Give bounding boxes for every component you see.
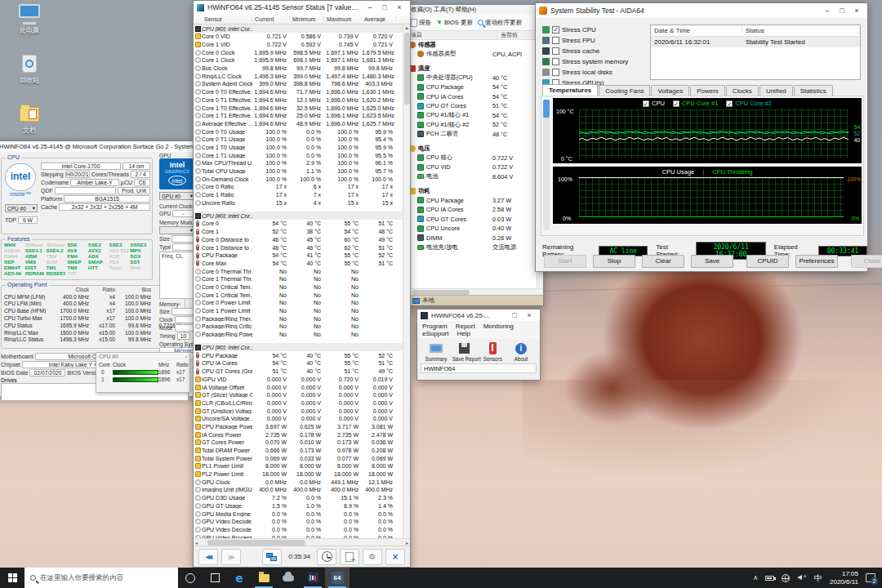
maximize-icon[interactable]: □ (507, 310, 522, 321)
cpu-select[interactable]: CPU #0▾ (5, 204, 38, 212)
stop-button[interactable]: Stop (593, 255, 635, 268)
aida-toolbar-button[interactable]: 报告 (411, 19, 431, 27)
volume-muted-icon[interactable]: × (797, 574, 807, 581)
aida64-taskbar-button[interactable]: 64 (325, 568, 350, 588)
desktop-icon[interactable]: 回收站 (5, 53, 54, 85)
aida-toolbar-button[interactable]: ▼BIOS 更新 (436, 19, 473, 27)
sensor-row[interactable]: Core 1 Critical Tem...NoNoNo (194, 291, 403, 299)
network-icon[interactable] (782, 574, 790, 582)
sensor-row[interactable]: PL1 Power Limit8.000 W8.000 W8.000 W8.00… (194, 462, 403, 470)
tab-voltages[interactable]: Voltages (651, 85, 689, 96)
checkbox[interactable]: ✓ (673, 100, 679, 107)
hwinfo-main-titlebar[interactable]: HWiNFO64 v6.25-4145 @ Microsoft Corporat… (0, 141, 198, 152)
menu-monitoring[interactable]: Monitoring (483, 323, 514, 330)
remote-monitor-button[interactable] (262, 549, 282, 565)
summary-button[interactable]: Summary (424, 341, 448, 362)
stress-option[interactable]: Stress cache (542, 46, 647, 56)
tree-item[interactable]: 传感器类型CPU, ACPI (408, 50, 537, 60)
sensor-row[interactable]: System Agent Clock399.0 MHz398.8 MHz798.… (194, 80, 403, 88)
sensor-row[interactable]: CLR (CBo/LLC/Ring)...0.000 V0.000 V0.000… (194, 399, 403, 408)
sensor-row[interactable]: Core 152 °C38 °C54 °C48 °C (194, 228, 403, 236)
sensor-section-header[interactable]: CPU [#0]: Intel Cor... (194, 343, 403, 351)
sensor-row[interactable]: Core 1 Clock1,695.9 MHz698.1 MHz1,697.1 … (194, 56, 403, 65)
checkbox[interactable]: ✓ (552, 26, 559, 33)
sensor-section-header[interactable]: CPU [#0]: Intel Cor... (194, 24, 403, 33)
checkbox[interactable] (552, 69, 559, 76)
sensor-row[interactable]: Core 0 Critical Tem...NoNoNo (194, 283, 403, 292)
sensor-row[interactable]: GT (Slice) Voltage O...0.000 V0.000 V0.0… (194, 391, 403, 399)
cpuid-button[interactable]: CPUID (746, 255, 789, 268)
sensor-row[interactable]: Core 1 T0 Effective...1,694.6 MHz32.5 MH… (194, 104, 403, 112)
task-view-button[interactable] (203, 568, 227, 588)
sensor-table-header[interactable]: Sensor Current Minimum Maximum Average (194, 14, 410, 24)
sensors-button[interactable]: Sensors (480, 341, 505, 362)
tree-section[interactable]: 传感器 (408, 40, 537, 50)
sensor-row[interactable]: CPU Package54 °C40 °C55 °C52 °C (194, 351, 403, 359)
sensor-table[interactable]: CPU [#0]: Intel Cor...Core 0 VID0.721 V0… (194, 24, 403, 538)
save-report-button[interactable]: Save Report (452, 341, 477, 362)
sensor-row[interactable]: Max CPU/Thread U...100.0 %2.9 %100.0 %96… (194, 159, 403, 167)
sensor-row[interactable]: Core 1 Ratio17 x7 x17 x17 x (194, 191, 403, 199)
sensor-row[interactable]: Imaging Unit (IMGU)...400.0 MHz400.0 MHz… (194, 486, 403, 494)
sensor-row[interactable]: GPU GT Usage1.5 %1.0 %8.9 %1.4 % (194, 502, 403, 510)
test-log-table[interactable]: Date & TimeStatus 2020/6/11 16:32:01Stab… (650, 24, 861, 80)
sensor-row[interactable]: Core Max54 °C40 °C55 °C51 °C (194, 260, 403, 268)
sensor-row[interactable]: GPU Video Decode ...0.0 %0.0 %0.0 %0.0 % (194, 526, 403, 534)
close-icon[interactable]: × (522, 310, 537, 321)
aida-menubar[interactable]: 收藏(O) 工具(T) 帮助(H) (408, 5, 543, 15)
action-center-icon[interactable]: 2 (866, 573, 875, 582)
tree-item[interactable]: CPU GT Cores0.03 W (408, 215, 537, 225)
about-button[interactable]: iAbout (509, 341, 533, 362)
sensor-row[interactable]: Ring/LLC Clock1,496.3 MHz399.0 MHz1,497.… (194, 72, 403, 80)
tree-item[interactable]: 电池充/放电交流电源 (408, 243, 537, 252)
sensor-row[interactable]: Core 0 T1 Effective...1,694.6 MHz12.1 MH… (194, 96, 403, 105)
sensor-row[interactable]: Core 054 °C40 °C55 °C51 °C (194, 220, 403, 228)
sensor-row[interactable]: Core 0 Clock1,695.9 MHz598.5 MHz1,697.1 … (194, 48, 403, 56)
sensor-row[interactable]: Core 1 Thermal Thr...NoNoNo (194, 275, 403, 283)
tree-item[interactable]: CPU IA Cores2.58 W (408, 205, 537, 215)
start-button[interactable] (0, 568, 24, 588)
history-forward-button[interactable]: ▸▸ (221, 549, 241, 565)
sensor-row[interactable]: Average Effective ...1,694.6 MHz48.9 MHz… (194, 120, 403, 128)
sensor-row[interactable]: GPU Media Engine ...0.0 %0.0 %0.0 %0.0 % (194, 510, 403, 518)
tab-unified[interactable]: Unified (760, 85, 793, 96)
tree-item[interactable]: CPU Uncore0.40 W (408, 224, 537, 234)
sensor-row[interactable]: Uncore/SA Voltage ...0.000 V0.000 V0.000… (194, 415, 403, 423)
sensor-row[interactable]: Core 0 T1 Usage100.0 %0.0 %100.0 %95.4 % (194, 136, 403, 144)
tree-item[interactable]: 中央处理器(CPU)40 °C (408, 74, 537, 83)
tab-clocks[interactable]: Clocks (726, 85, 759, 96)
tree-section[interactable]: 温度 (408, 64, 537, 74)
checkbox[interactable] (552, 58, 559, 65)
settings-button[interactable]: ⚙ (363, 549, 382, 565)
aida-toolbar-button[interactable]: 驱动程序更新 (478, 19, 522, 27)
tab-cooling-fans[interactable]: Cooling Fans (599, 85, 650, 96)
legend-item[interactable]: ✓CPU Core #1 (673, 100, 719, 107)
sensor-titlebar[interactable]: HWiNFO64 v6.25-4145 Sensor Status [7 val… (194, 1, 410, 14)
sensor-row[interactable]: Total CPU Usage100.0 %1.1 %100.0 %95.7 % (194, 167, 403, 176)
sensor-row[interactable]: CPU Package Power3.697 W0.625 W3.717 W3.… (194, 423, 403, 431)
scroll-up-icon[interactable]: ▲ (403, 24, 410, 32)
preferences-button[interactable]: Preferences (795, 255, 838, 268)
cpu-clock-panel-close[interactable]: ▫ (185, 354, 187, 360)
hwinfo-taskbar-button[interactable] (301, 568, 325, 588)
legend-item[interactable]: ✓CPU (643, 100, 665, 107)
sensor-row[interactable]: Total System Power0.069 W0.033 W0.077 W0… (194, 454, 403, 462)
sensor-row[interactable]: iGPU VID0.000 V0.000 V0.720 V0.019 V (194, 376, 403, 384)
history-back-button[interactable]: ◂◂ (198, 549, 218, 565)
cortana-button[interactable] (178, 568, 203, 588)
tree-item[interactable]: CPU #1/核心 #252 °C (408, 120, 537, 130)
checkbox[interactable]: ✓ (726, 100, 733, 107)
tab-temperatures[interactable]: Temperatures (542, 84, 598, 96)
menu-help[interactable]: Help (457, 330, 470, 337)
sensor-row[interactable]: On-Demand Clock ...100.0 %100.0 %100.0 %… (194, 175, 403, 183)
sensor-row[interactable]: Core 0 Ratio17 x6 x17 x17 x (194, 183, 403, 191)
sensor-row[interactable]: Core 0 Power Limit ...NoNoNo (194, 299, 403, 307)
stability-titlebar[interactable]: System Stability Test - AIDA64 – □ × (536, 3, 867, 18)
sensor-row[interactable]: Core 0 T0 Effective...1,694.6 MHz71.7 MH… (194, 88, 403, 96)
desktop-icon[interactable]: 此电脑 (5, 3, 54, 35)
tree-item[interactable]: 电池8.604 V (408, 172, 537, 182)
sensor-row[interactable]: GT (Unslice) Voltag...0.000 V0.000 V0.00… (194, 407, 403, 415)
sensor-horizontal-scrollbar[interactable]: ◂▸ (194, 538, 410, 546)
hidden-icons-chevron[interactable]: ∧ (753, 574, 758, 581)
sensor-row[interactable]: Package/Ring Powe...NoNoNo (194, 331, 403, 339)
